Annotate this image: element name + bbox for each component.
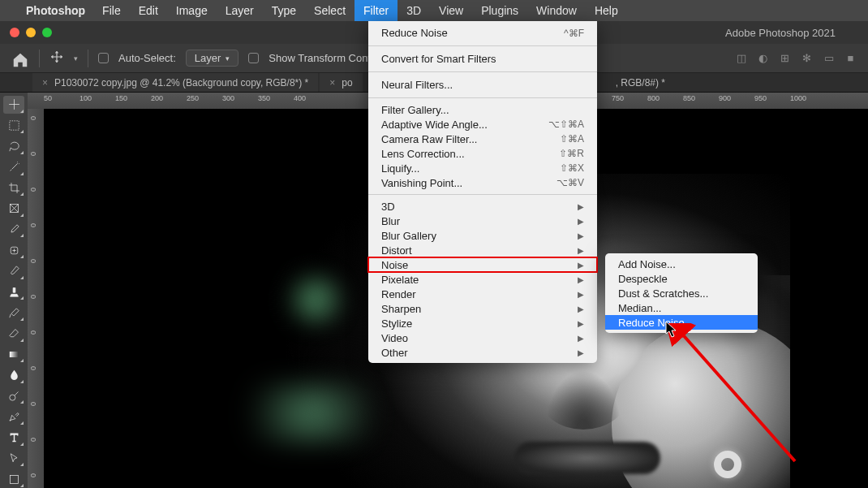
shortcut-label: ⌥⇧⌘A: [548, 119, 584, 130]
menu-separator: [368, 194, 597, 195]
ruler-tick: 0: [29, 473, 37, 477]
blur-tool[interactable]: [3, 366, 24, 384]
menu-item-video[interactable]: Video▶: [368, 330, 597, 345]
frame-tool[interactable]: [3, 200, 24, 218]
noise-submenu: Add Noise... Despeckle Dust & Scratches.…: [605, 253, 758, 333]
menu-window[interactable]: Window: [527, 0, 586, 21]
submenu-item-despeckle[interactable]: Despeckle: [605, 271, 758, 286]
menu-image[interactable]: Image: [167, 0, 217, 21]
menu-item-blur-gallery[interactable]: Blur Gallery▶: [368, 228, 597, 243]
quickmask-icon[interactable]: ◐: [757, 52, 769, 64]
path-selection-tool[interactable]: [3, 450, 24, 468]
separator: [39, 50, 40, 67]
app-name[interactable]: Photoshop: [26, 4, 85, 17]
menu-item-stylize[interactable]: Stylize▶: [368, 316, 597, 330]
gradient-tool[interactable]: [3, 346, 24, 364]
menu-item-camera-raw[interactable]: Camera Raw Filter...⇧⌘A: [368, 132, 597, 146]
traffic-zoom[interactable]: [42, 28, 52, 37]
menu-item-adaptive-wide-angle[interactable]: Adaptive Wide Angle...⌥⇧⌘A: [368, 117, 597, 132]
gear-icon[interactable]: ✻: [801, 52, 813, 64]
ruler-tick: 200: [151, 94, 163, 102]
3d-mode-icon[interactable]: ◫: [735, 52, 747, 64]
ruler-vertical: 0 0 0 0 0 0 0 0 0 0 0: [28, 109, 44, 488]
traffic-close[interactable]: [10, 28, 19, 37]
submenu-chevron-icon: ▶: [578, 319, 584, 328]
ruler-tick: 0: [29, 330, 37, 335]
menu-item-3d[interactable]: 3D▶: [368, 199, 597, 214]
menu-item-lens-correction[interactable]: Lens Correction...⇧⌘R: [368, 146, 597, 161]
menu-view[interactable]: View: [430, 0, 472, 21]
tab-label: P1030072 copy.jpg @ 41.2% (Background co…: [54, 77, 308, 89]
menu-item-other[interactable]: Other▶: [368, 345, 597, 360]
lasso-tool[interactable]: [3, 137, 24, 155]
submenu-item-median[interactable]: Median...: [605, 300, 758, 315]
menu-help[interactable]: Help: [586, 0, 627, 21]
document-tab[interactable]: × P1030072 copy.jpg @ 41.2% (Background …: [32, 73, 318, 92]
menu-item-blur[interactable]: Blur▶: [368, 214, 597, 228]
submenu-chevron-icon: ▶: [578, 334, 584, 343]
svg-rect-6: [9, 352, 18, 357]
menu-layer[interactable]: Layer: [217, 0, 263, 21]
menu-item-convert-smart[interactable]: Convert for Smart Filters: [368, 50, 597, 67]
tool-chevron-icon[interactable]: ▾: [74, 54, 78, 63]
menu-filter[interactable]: Filter: [355, 0, 397, 21]
clone-stamp-tool[interactable]: [3, 283, 24, 301]
menu-item-liquify[interactable]: Liquify...⇧⌘X: [368, 161, 597, 175]
auto-select-dropdown[interactable]: Layer ▾: [186, 50, 239, 67]
move-tool[interactable]: [3, 96, 24, 114]
menu-item-pixelate[interactable]: Pixelate▶: [368, 272, 597, 287]
pen-tool[interactable]: [3, 408, 24, 425]
menu-plugins[interactable]: Plugins: [472, 0, 527, 21]
menu-item-sharpen[interactable]: Sharpen▶: [368, 301, 597, 316]
menu-3d[interactable]: 3D: [397, 0, 430, 21]
crop-tool[interactable]: [3, 179, 24, 197]
menu-select[interactable]: Select: [305, 0, 355, 21]
move-tool-icon[interactable]: [49, 50, 64, 67]
screen-mode-icon[interactable]: ▭: [823, 52, 835, 64]
submenu-item-add-noise[interactable]: Add Noise...: [605, 257, 758, 271]
menu-item-last-filter[interactable]: Reduce Noise^⌘F: [368, 24, 597, 41]
ruler-tick: 350: [258, 94, 270, 102]
menu-item-noise[interactable]: Noise▶: [368, 257, 597, 272]
menu-item-vanishing-point[interactable]: Vanishing Point...⌥⌘V: [368, 175, 597, 190]
menu-item-label: Sharpen: [381, 303, 421, 315]
eyedropper-tool[interactable]: [3, 221, 24, 239]
shape-tool[interactable]: [3, 470, 24, 488]
menu-item-label: Convert for Smart Filters: [381, 53, 496, 65]
svg-rect-3: [9, 121, 18, 130]
marquee-tool[interactable]: [3, 117, 24, 135]
type-tool[interactable]: [3, 429, 24, 447]
menu-separator: [368, 97, 597, 98]
menu-type[interactable]: Type: [263, 0, 305, 21]
ruler-tick: 850: [683, 94, 695, 102]
menu-file[interactable]: File: [93, 0, 130, 21]
home-icon[interactable]: [11, 51, 29, 66]
close-icon[interactable]: ×: [329, 77, 335, 89]
history-brush-tool[interactable]: [3, 304, 24, 322]
submenu-item-reduce-noise[interactable]: Reduce Noise...: [605, 315, 758, 330]
magic-wand-tool[interactable]: [3, 158, 24, 176]
brush-tool[interactable]: [3, 262, 24, 280]
menu-item-label: 3D: [381, 201, 395, 213]
ruler-tick: 150: [115, 94, 127, 102]
menu-separator: [368, 71, 597, 72]
show-transform-checkbox[interactable]: [248, 53, 259, 63]
menu-item-label: Blur Gallery: [381, 230, 436, 242]
dodge-tool[interactable]: [3, 387, 24, 405]
video-icon[interactable]: ■: [844, 52, 857, 64]
menu-item-distort[interactable]: Distort▶: [368, 243, 597, 257]
tab-partial-label: , RGB/8#) *: [616, 77, 665, 89]
menu-item-neural-filters[interactable]: Neural Filters...: [368, 76, 597, 93]
menu-item-label: Despeckle: [618, 273, 668, 285]
traffic-minimize[interactable]: [26, 28, 36, 37]
menu-item-render[interactable]: Render▶: [368, 287, 597, 301]
auto-select-checkbox[interactable]: [98, 53, 109, 63]
menu-item-filter-gallery[interactable]: Filter Gallery...: [368, 102, 597, 117]
grid-icon[interactable]: ⊞: [779, 52, 791, 64]
eraser-tool[interactable]: [3, 325, 24, 343]
menu-edit[interactable]: Edit: [130, 0, 167, 21]
document-tab[interactable]: × po: [320, 73, 362, 92]
submenu-item-dust-scratches[interactable]: Dust & Scratches...: [605, 286, 758, 300]
close-icon[interactable]: ×: [42, 77, 48, 89]
healing-brush-tool[interactable]: [3, 241, 24, 259]
